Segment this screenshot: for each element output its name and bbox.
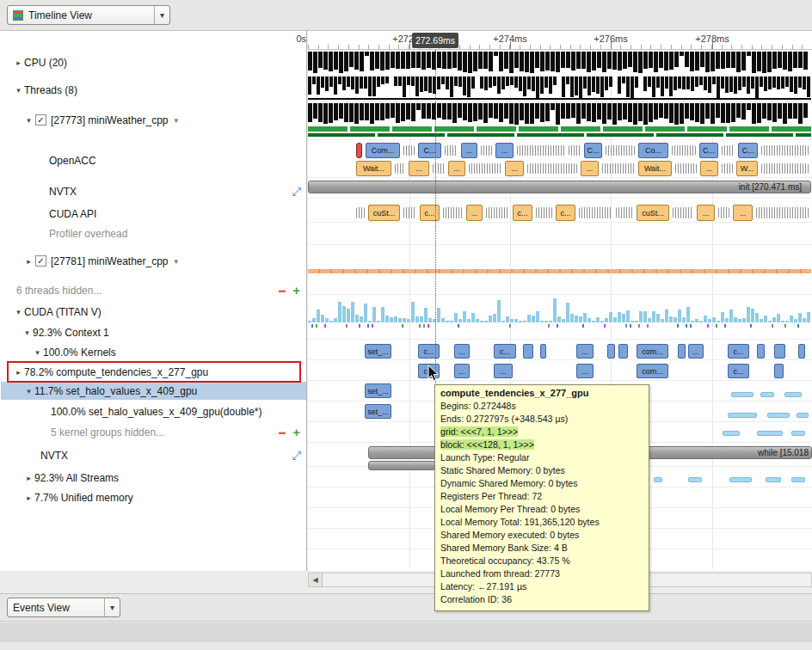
timeline-event[interactable] xyxy=(723,431,740,436)
timeline-event[interactable] xyxy=(756,207,809,218)
timeline-event[interactable] xyxy=(761,145,809,156)
timeline-event[interactable] xyxy=(784,392,802,397)
timeline-event[interactable]: C... xyxy=(699,143,718,158)
timeline-event[interactable] xyxy=(517,145,565,156)
tree-item[interactable]: 5 kernel groups hidden...▬+ xyxy=(1,423,306,441)
timeline-event[interactable] xyxy=(731,392,754,397)
timeline-event[interactable] xyxy=(791,477,805,482)
tree-item[interactable]: ▸92.3% All Streams xyxy=(1,469,306,487)
expand-row-icon[interactable]: ⤢ xyxy=(292,185,301,199)
timeline-event[interactable] xyxy=(540,344,546,359)
cpu-utilization-chart[interactable] xyxy=(308,52,811,73)
timeline-event[interactable] xyxy=(395,163,405,174)
timeline-event[interactable] xyxy=(607,344,615,359)
timeline-event[interactable]: cuSt... xyxy=(637,205,669,221)
timeline-event[interactable] xyxy=(757,431,783,436)
nvtx-range-bar[interactable]: init [270.471 ms] xyxy=(308,181,811,193)
timeline-event[interactable]: com... xyxy=(637,364,668,378)
row-visibility-checkbox[interactable]: ✓ xyxy=(35,114,46,126)
tree-collapsed-arrow-icon[interactable]: ▸ xyxy=(23,474,34,482)
tree-collapsed-arrow-icon[interactable]: ▸ xyxy=(13,58,24,67)
tree-item[interactable]: ▾✓[27773] miniWeather_cpp▾ xyxy=(1,111,306,129)
timeline-event[interactable] xyxy=(579,207,612,218)
timeline-event[interactable]: cuSt... xyxy=(368,205,400,221)
timeline-event[interactable]: c... xyxy=(420,205,440,221)
tree-item[interactable]: OpenACC xyxy=(1,151,306,169)
timeline-event[interactable] xyxy=(673,207,693,218)
timeline-event[interactable] xyxy=(569,145,581,156)
tree-item[interactable]: ▾Threads (8) xyxy=(1,81,306,99)
timeline-event[interactable] xyxy=(356,143,362,158)
tree-item[interactable]: NVTX⤢ xyxy=(1,446,306,464)
timeline-event[interactable]: ... xyxy=(461,143,477,158)
timeline-event[interactable] xyxy=(722,163,733,174)
process-options-caret-icon[interactable]: ▾ xyxy=(175,257,179,266)
timeline-event[interactable] xyxy=(678,344,686,359)
threads-activity-chart[interactable] xyxy=(308,77,811,100)
timeline-event[interactable]: ... xyxy=(454,344,470,359)
timeline-event[interactable]: W... xyxy=(736,161,758,176)
remove-filter-button[interactable]: ▬ xyxy=(279,428,286,436)
timeline-event[interactable]: ... xyxy=(700,161,718,176)
timeline-event[interactable]: set_... xyxy=(365,404,391,419)
timeline-event[interactable]: ... xyxy=(495,143,514,158)
timeline-event[interactable] xyxy=(718,207,729,218)
timeline-event[interactable] xyxy=(729,477,752,482)
tree-item[interactable]: ▾100.0% Kernels xyxy=(1,343,306,361)
timeline-event[interactable] xyxy=(403,207,416,218)
tree-item[interactable]: ▸CPU (20) xyxy=(1,53,306,71)
timeline-event[interactable] xyxy=(757,344,765,359)
timeline-event[interactable] xyxy=(767,413,790,418)
timeline-event[interactable]: ... xyxy=(581,161,599,176)
timeline-event[interactable]: com... xyxy=(637,344,668,359)
tree-item[interactable]: ▸✓[27781] miniWeather_cpp▾ xyxy=(1,252,306,270)
timeline-event[interactable] xyxy=(774,364,784,378)
tree-item[interactable]: NVTX⤢ xyxy=(1,182,306,200)
tree-collapsed-arrow-icon[interactable]: ▸ xyxy=(23,494,34,502)
timeline-event[interactable]: ... xyxy=(454,364,470,378)
tree-item[interactable]: ▾11.7% set_halo_values_x_409_gpu xyxy=(1,382,306,400)
timeline-event[interactable] xyxy=(766,477,781,482)
timeline-event[interactable] xyxy=(675,163,697,174)
tree-expanded-arrow-icon[interactable]: ▾ xyxy=(13,86,24,95)
timeline-event[interactable] xyxy=(616,207,633,218)
timeline-event[interactable] xyxy=(527,163,577,174)
timeline-event[interactable] xyxy=(481,145,492,156)
timeline-event[interactable]: ... xyxy=(494,364,513,378)
timeline-event[interactable] xyxy=(722,145,735,156)
timeline-event[interactable] xyxy=(445,145,458,156)
timeline-event[interactable] xyxy=(761,163,809,174)
timeline-event[interactable]: Wait... xyxy=(638,161,672,176)
timeline-event[interactable]: c... xyxy=(556,205,575,221)
timeline-event[interactable]: ... xyxy=(733,205,753,221)
timeline-event[interactable] xyxy=(688,477,702,482)
timeline-event[interactable]: C... xyxy=(584,143,602,158)
cuda-activity-chart[interactable] xyxy=(308,296,811,322)
timeline-event[interactable]: c... xyxy=(728,344,749,359)
tree-item[interactable]: ▾92.3% Context 1 xyxy=(1,323,306,341)
tree-item[interactable]: ▸7.7% Unified memory xyxy=(1,488,306,506)
timeline-event[interactable] xyxy=(798,344,805,359)
remove-filter-button[interactable]: ▬ xyxy=(279,286,286,294)
process-activity-chart[interactable] xyxy=(308,103,811,125)
timeline-event[interactable] xyxy=(797,413,809,418)
nvtx-range-bar[interactable] xyxy=(368,461,435,470)
timeline-event[interactable]: c... xyxy=(513,205,532,221)
tree-collapsed-arrow-icon[interactable]: ▸ xyxy=(23,257,34,266)
timeline-event[interactable]: C... xyxy=(738,143,758,158)
timeline-event[interactable] xyxy=(602,163,635,174)
timeline-event[interactable] xyxy=(606,145,635,156)
timeline-event[interactable]: ... xyxy=(466,205,483,221)
tree-item[interactable]: ▾CUDA (TITAN V) xyxy=(1,303,306,321)
restore-rows-button[interactable]: + xyxy=(292,283,300,297)
timeline-event[interactable]: set_... xyxy=(365,344,391,359)
timeline-event[interactable] xyxy=(654,477,662,482)
timeline-event[interactable] xyxy=(791,431,805,436)
timeline-event[interactable] xyxy=(618,344,628,359)
timeline-event[interactable]: set_... xyxy=(365,383,391,398)
restore-rows-button[interactable]: + xyxy=(292,425,300,439)
timeline-event[interactable]: ... xyxy=(688,344,704,359)
timeline-event[interactable] xyxy=(774,344,785,359)
timeline-event[interactable]: Com... xyxy=(366,143,400,158)
timeline-event[interactable]: ... xyxy=(505,161,524,176)
